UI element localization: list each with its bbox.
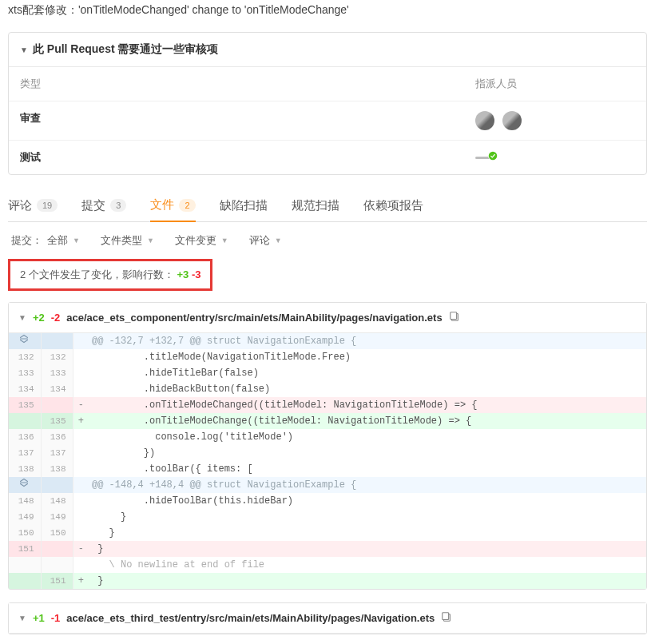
check-test-assignees xyxy=(475,150,635,165)
new-line-number: 138 xyxy=(41,461,73,477)
avatar[interactable] xyxy=(502,111,522,130)
old-line-number: 137 xyxy=(9,445,41,461)
diff-code[interactable]: .hideTitleBar(false) xyxy=(89,365,646,381)
svg-point-0 xyxy=(489,151,498,160)
diff-sign xyxy=(73,445,89,461)
new-line-number: 135 xyxy=(41,413,73,429)
diff-sign: - xyxy=(73,541,89,557)
file-path: ace/ace_ets_third_test/entry/src/main/et… xyxy=(66,612,435,624)
filter-file-type[interactable]: 文件类型 ▼ xyxy=(101,233,154,248)
tab-commits[interactable]: 提交 3 xyxy=(81,189,126,221)
tab-comments[interactable]: 评论 19 xyxy=(8,189,58,221)
filter-label: 文件类型 xyxy=(101,233,142,248)
diff-code[interactable]: } xyxy=(89,525,646,541)
hunk-text: @@ -148,4 +148,4 @@ struct NavigationExa… xyxy=(89,477,646,493)
copy-icon[interactable] xyxy=(441,611,452,625)
old-line-number: 134 xyxy=(9,381,41,397)
diff-row: 135- .onTitleModeChanged((titleModel: Na… xyxy=(9,397,646,413)
diff-row: 137137 }) xyxy=(9,445,646,461)
diff-hunk-header: @@ -132,7 +132,7 @@ struct NavigationExa… xyxy=(9,333,646,349)
filter-comments[interactable]: 评论 ▼ xyxy=(249,233,282,248)
expand-icon[interactable] xyxy=(9,477,41,493)
new-line-number: 151 xyxy=(41,573,73,589)
filter-label: 评论 xyxy=(249,233,270,248)
checks-panel-header[interactable]: ▼ 此 Pull Request 需要通过一些审核项 xyxy=(9,33,646,67)
old-line-number: 149 xyxy=(9,509,41,525)
tab-spec-scan[interactable]: 规范扫描 xyxy=(292,189,339,221)
filter-value: 全部 xyxy=(47,233,68,248)
expand-icon[interactable] xyxy=(9,333,41,349)
tab-files[interactable]: 文件 2 xyxy=(150,189,195,222)
tab-label: 文件 xyxy=(150,197,174,213)
file-additions: +2 xyxy=(33,312,45,324)
diff-row: 150150 } xyxy=(9,525,646,541)
tab-label: 缺陷扫描 xyxy=(220,198,268,213)
file-additions: +1 xyxy=(33,612,45,624)
diff-row: 151+ } xyxy=(9,573,646,589)
tab-dep-report[interactable]: 依赖项报告 xyxy=(363,189,423,221)
placeholder-avatar xyxy=(475,157,493,159)
filter-file-change[interactable]: 文件变更 ▼ xyxy=(175,233,228,248)
caret-down-icon: ▼ xyxy=(73,237,80,244)
diff-code[interactable]: } xyxy=(89,509,646,525)
summary-text: 2 个文件发生了变化，影响行数： xyxy=(20,268,174,280)
tab-label: 提交 xyxy=(81,198,105,213)
new-line-number: 132 xyxy=(41,349,73,365)
file-header[interactable]: ▼+2-2ace/ace_ets_component/entry/src/mai… xyxy=(9,303,646,333)
avatar[interactable] xyxy=(475,111,494,130)
diff-code[interactable]: console.log('titleMode') xyxy=(89,429,646,445)
old-line-number xyxy=(9,557,41,573)
diff-code[interactable]: } xyxy=(89,541,646,557)
diff-sign: + xyxy=(73,413,89,429)
diff-code[interactable]: .hideToolBar(this.hideBar) xyxy=(89,493,646,509)
file-header[interactable]: ▼+1-1ace/ace_ets_third_test/entry/src/ma… xyxy=(9,603,646,634)
diff-sign xyxy=(73,365,89,381)
diff-code[interactable]: \ No newline at end of file xyxy=(89,557,646,573)
new-line-number: 133 xyxy=(41,365,73,381)
diff-code[interactable]: }) xyxy=(89,445,646,461)
summary-additions: +3 xyxy=(177,268,189,280)
new-line-number: 148 xyxy=(41,493,73,509)
check-review-assignees xyxy=(475,111,635,130)
hunk-text: @@ -132,7 +132,7 @@ struct NavigationExa… xyxy=(89,333,646,349)
diff-code[interactable]: .toolBar({ items: [ xyxy=(89,461,646,477)
filter-commit[interactable]: 提交： 全部 ▼ xyxy=(11,233,80,248)
tab-defect-scan[interactable]: 缺陷扫描 xyxy=(220,189,268,221)
new-line-number: 134 xyxy=(41,381,73,397)
diff-code[interactable]: .titleMode(NavigationTitleMode.Free) xyxy=(89,349,646,365)
file-deletions: -2 xyxy=(51,312,61,324)
old-line-number xyxy=(9,413,41,429)
diff-sign: - xyxy=(73,397,89,413)
pr-tabs: 评论 19 提交 3 文件 2 缺陷扫描 规范扫描 依赖项报告 xyxy=(8,189,647,222)
diff-row: \ No newline at end of file xyxy=(9,557,646,573)
diff-code[interactable]: .onTitleModeChanged((titleModel: Navigat… xyxy=(89,397,646,413)
diff-code[interactable]: } xyxy=(89,573,646,589)
diff-row: 151- } xyxy=(9,541,646,557)
checks-panel-title: 此 Pull Request 需要通过一些审核项 xyxy=(33,42,219,57)
old-line-number: 150 xyxy=(9,525,41,541)
checks-col-type: 类型 xyxy=(20,77,41,91)
tab-label: 规范扫描 xyxy=(292,198,339,213)
diff-sign xyxy=(73,525,89,541)
file-path: ace/ace_ets_component/entry/src/main/ets… xyxy=(66,312,442,324)
diff-hunk-header: @@ -148,4 +148,4 @@ struct NavigationExa… xyxy=(9,477,646,493)
old-line-number: 136 xyxy=(9,429,41,445)
caret-down-icon: ▼ xyxy=(221,237,228,244)
old-line-number: 148 xyxy=(9,493,41,509)
file-block: ▼+2-2ace/ace_ets_component/entry/src/mai… xyxy=(8,302,647,590)
file-block: ▼+1-1ace/ace_ets_third_test/entry/src/ma… xyxy=(8,602,647,634)
old-line-number: 133 xyxy=(9,365,41,381)
diff-row: 149149 } xyxy=(9,509,646,525)
change-summary: 2 个文件发生了变化，影响行数： +3 -3 xyxy=(8,259,212,291)
diff-sign xyxy=(73,381,89,397)
check-review-label: 审查 xyxy=(20,111,41,130)
old-line-number: 135 xyxy=(9,397,41,413)
caret-down-icon: ▼ xyxy=(18,313,26,322)
diff-code[interactable]: .hideBackButton(false) xyxy=(89,381,646,397)
diff-code[interactable]: .onTitleModeChange((titleModel: Navigati… xyxy=(89,413,646,429)
caret-down-icon: ▼ xyxy=(18,614,26,622)
caret-down-icon: ▼ xyxy=(275,237,282,244)
copy-icon[interactable] xyxy=(449,311,460,324)
new-line-number xyxy=(41,397,73,413)
diff-sign xyxy=(73,461,89,477)
